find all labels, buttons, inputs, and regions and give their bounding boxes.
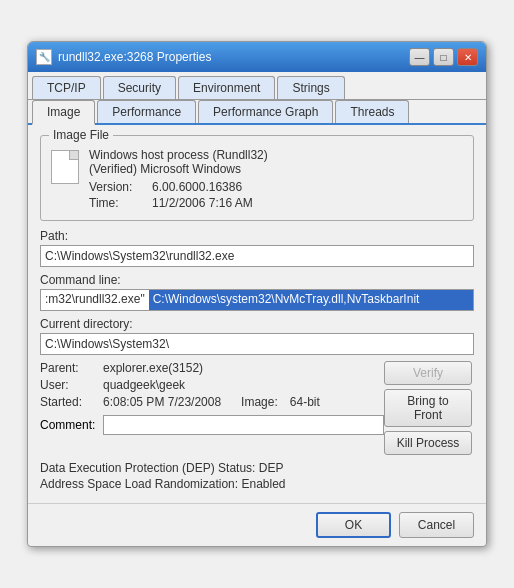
ok-button[interactable]: OK — [316, 512, 391, 538]
path-input[interactable] — [40, 245, 474, 267]
cmd-part1: :m32\rundll32.exe" — [41, 290, 149, 310]
maximize-button[interactable]: □ — [433, 48, 454, 66]
image-value: 64-bit — [290, 395, 320, 409]
comment-input[interactable] — [103, 415, 384, 435]
tab-row-2: Image Performance Performance Graph Thre… — [28, 100, 486, 125]
image-label: Image: — [241, 395, 278, 409]
window-title: rundll32.exe:3268 Properties — [58, 50, 211, 64]
comment-row: Comment: — [40, 415, 384, 435]
version-row: Version: 6.00.6000.16386 — [89, 180, 463, 194]
bring-to-front-button[interactable]: Bring to Front — [384, 389, 472, 427]
main-content: Image File Windows host process (Rundll3… — [28, 125, 486, 503]
parent-value: explorer.exe(3152) — [103, 361, 203, 375]
comment-label: Comment: — [40, 418, 95, 432]
started-label: Started: — [40, 395, 95, 409]
verify-button[interactable]: Verify — [384, 361, 472, 385]
user-value: quadgeek\geek — [103, 378, 185, 392]
tab-image[interactable]: Image — [32, 100, 95, 125]
version-label: Version: — [89, 180, 144, 194]
started-value: 6:08:05 PM 7/23/2008 — [103, 395, 221, 409]
command-line-container[interactable]: :m32\rundll32.exe" C:\Windows\system32\N… — [40, 289, 474, 311]
command-line-label: Command line: — [40, 273, 474, 287]
parent-label: Parent: — [40, 361, 95, 375]
aslr-value: Enabled — [241, 477, 285, 491]
image-file-group: Image File Windows host process (Rundll3… — [40, 135, 474, 221]
tab-environment[interactable]: Environment — [178, 76, 275, 99]
properties-window: 🔧 rundll32.exe:3268 Properties — □ ✕ TCP… — [27, 41, 487, 547]
action-area: Parent: explorer.exe(3152) User: quadgee… — [40, 361, 474, 455]
time-label: Time: — [89, 196, 144, 210]
info-right: Verify Bring to Front Kill Process — [384, 361, 474, 455]
tab-security[interactable]: Security — [103, 76, 176, 99]
verified-text: (Verified) Microsoft Windows — [89, 162, 463, 176]
dep-label: Data Execution Protection (DEP) Status: — [40, 461, 255, 475]
user-row: User: quadgeek\geek — [40, 378, 384, 392]
dep-value: DEP — [259, 461, 284, 475]
title-buttons: — □ ✕ — [409, 48, 478, 66]
tab-performance[interactable]: Performance — [97, 100, 196, 123]
current-dir-label: Current directory: — [40, 317, 474, 331]
aslr-row: Address Space Load Randomization: Enable… — [40, 477, 474, 491]
tab-row-1: TCP/IP Security Environment Strings — [28, 72, 486, 100]
window-icon: 🔧 — [36, 49, 52, 65]
user-label: User: — [40, 378, 95, 392]
path-group: Path: — [40, 229, 474, 267]
info-left: Parent: explorer.exe(3152) User: quadgee… — [40, 361, 384, 455]
cmd-part2: C:\Windows\system32\NvMcTray.dll,NvTaskb… — [149, 290, 473, 310]
version-value: 6.00.6000.16386 — [152, 180, 242, 194]
file-info: Windows host process (Rundll32) (Verifie… — [89, 148, 463, 212]
time-value: 11/2/2006 7:16 AM — [152, 196, 253, 210]
close-button[interactable]: ✕ — [457, 48, 478, 66]
parent-row: Parent: explorer.exe(3152) — [40, 361, 384, 375]
image-file-content: Windows host process (Rundll32) (Verifie… — [51, 148, 463, 212]
aslr-label: Address Space Load Randomization: — [40, 477, 238, 491]
time-row: Time: 11/2/2006 7:16 AM — [89, 196, 463, 210]
file-icon — [51, 150, 79, 184]
current-dir-input[interactable] — [40, 333, 474, 355]
tab-strings[interactable]: Strings — [277, 76, 344, 99]
footer-buttons: OK Cancel — [28, 503, 486, 546]
process-name: Windows host process (Rundll32) — [89, 148, 463, 162]
tab-threads[interactable]: Threads — [335, 100, 409, 123]
image-file-label: Image File — [49, 128, 113, 142]
path-label: Path: — [40, 229, 474, 243]
command-line-group: Command line: :m32\rundll32.exe" C:\Wind… — [40, 273, 474, 311]
cancel-button[interactable]: Cancel — [399, 512, 474, 538]
tab-performance-graph[interactable]: Performance Graph — [198, 100, 333, 123]
title-bar: 🔧 rundll32.exe:3268 Properties — □ ✕ — [28, 42, 486, 72]
tab-tcpip[interactable]: TCP/IP — [32, 76, 101, 99]
title-bar-left: 🔧 rundll32.exe:3268 Properties — [36, 49, 211, 65]
minimize-button[interactable]: — — [409, 48, 430, 66]
started-row: Started: 6:08:05 PM 7/23/2008 Image: 64-… — [40, 395, 384, 409]
current-dir-group: Current directory: — [40, 317, 474, 355]
kill-process-button[interactable]: Kill Process — [384, 431, 472, 455]
dep-row: Data Execution Protection (DEP) Status: … — [40, 461, 474, 475]
